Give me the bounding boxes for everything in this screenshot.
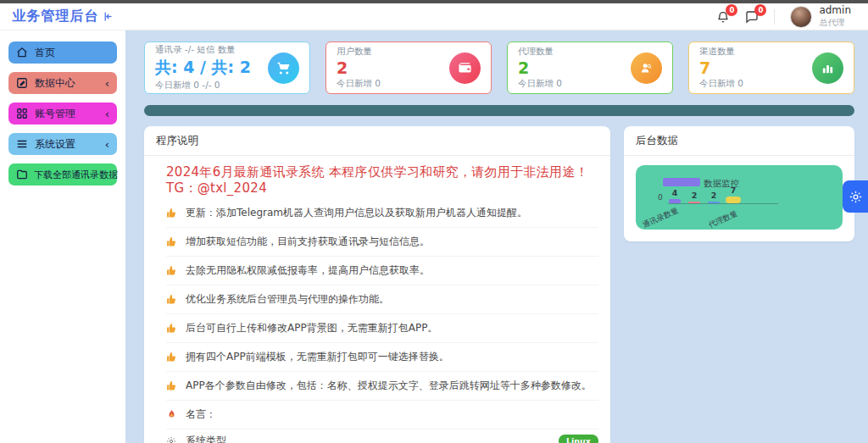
feature-row: 后台可自行上传和修改APP背景图，无需重新打包APP。	[166, 314, 598, 343]
sidebar-item-label: 账号管理	[35, 107, 105, 121]
chevron-left-icon: ‹	[105, 138, 109, 151]
panel-title: 程序说明	[144, 126, 610, 156]
feature-row: 增加获取短信功能，目前支持获取通讯录与短信信息。	[166, 228, 598, 257]
floating-settings-button[interactable]	[843, 180, 868, 213]
chart-bar: 4	[668, 188, 682, 203]
stat-value: 共: 4 / 共: 2	[155, 57, 251, 79]
avatar	[790, 6, 812, 28]
edit-icon	[16, 77, 29, 90]
grid-icon	[16, 108, 29, 120]
sidebar-item-system-settings[interactable]: 系统设置 ‹	[8, 133, 117, 155]
sidebar-item-label: 首页	[35, 46, 109, 60]
message-badge: 0	[754, 4, 766, 16]
system-info-row: 系统类型 Linux	[166, 429, 598, 443]
warning-notice: 2024年6月最新通讯录系统 本程序仅供学习和研究，请勿用于非法用途！TG：@t…	[144, 156, 610, 199]
program-notes-panel: 程序说明 2024年6月最新通讯录系统 本程序仅供学习和研究，请勿用于非法用途！…	[144, 126, 610, 443]
stat-value: 2	[518, 58, 562, 77]
backend-data-panel: 后台数据 数据监控 0 4227 通讯录数量代理数量	[624, 126, 854, 241]
feature-row: 优化业务系统后台管理员与代理的操作功能。	[166, 285, 598, 314]
topbar: 0 0 admin 总代理	[125, 3, 868, 30]
chevron-left-icon: ‹	[105, 77, 109, 90]
sidebar-menu: 首页 数据中心 ‹ 账号管理 ‹ 系统设置 ‹	[0, 30, 125, 186]
stat-title: 通讯录 -/- 短信 数量	[155, 44, 251, 56]
collapse-sidebar-icon[interactable]	[103, 11, 114, 22]
sidebar-item-download-contacts[interactable]: 下载全部通讯录数据	[8, 163, 117, 186]
settings-gear-icon	[849, 190, 863, 204]
app-logo-row: 业务管理后台	[0, 3, 125, 30]
sidebar-item-label: 系统设置	[35, 137, 105, 152]
user-menu[interactable]: admin 总代理	[790, 4, 851, 29]
thumbs-up-icon	[166, 352, 178, 363]
wallet-icon	[449, 53, 481, 84]
chart-bar: 2	[707, 191, 721, 203]
sidebar-item-account-management[interactable]: 账号管理 ‹	[8, 102, 117, 125]
thumbs-up-icon	[166, 208, 178, 219]
thumbs-up-icon	[166, 323, 178, 335]
feature-row: 去除无用隐私权限减低报毒率，提高用户信息获取率。	[166, 257, 598, 285]
quote-label: 名言：	[186, 407, 216, 422]
feature-text: 更新：添加Telegram机器人查询用户信息以及获取新用户机器人通知提醒。	[186, 206, 527, 220]
feature-row: 更新：添加Telegram机器人查询用户信息以及获取新用户机器人通知提醒。	[166, 199, 598, 228]
backend-chart: 数据监控 0 4227 通讯录数量代理数量	[636, 165, 843, 230]
stat-value: 2	[337, 58, 381, 77]
stat-card-users: 用户数量 2 今日新增 0	[326, 42, 492, 94]
user-name: admin	[819, 4, 851, 16]
quote-row: 名言：	[166, 401, 598, 429]
stat-title: 用户数量	[337, 46, 381, 58]
sidebar-item-home[interactable]: 首页	[8, 42, 117, 64]
stat-cards-row: 通讯录 -/- 短信 数量 共: 4 / 共: 2 今日新增 0 -/- 0 用…	[144, 42, 854, 94]
messages-button[interactable]: 0	[745, 10, 759, 24]
thumbs-up-icon	[166, 294, 178, 306]
gear-icon	[166, 435, 178, 443]
feature-text: 优化业务系统后台管理员与代理的操作功能。	[186, 292, 389, 307]
notification-badge: 0	[726, 4, 737, 16]
stat-subtext: 今日新增 0	[337, 78, 381, 90]
user-role: 总代理	[819, 17, 851, 29]
chevron-left-icon: ‹	[105, 108, 109, 120]
feature-row: 拥有四个APP前端模板，无需重新打包即可一键选择替换。	[166, 343, 598, 372]
stat-subtext: 今日新增 0	[518, 78, 562, 90]
thumbs-up-icon	[166, 380, 178, 392]
stat-subtext: 今日新增 0 -/- 0	[155, 80, 251, 91]
sidebar-item-label: 下载全部通讯录数据	[34, 169, 118, 181]
feature-text: 增加获取短信功能，目前支持获取通讯录与短信信息。	[186, 235, 430, 249]
feature-text: 拥有四个APP前端模板，无需重新打包即可一键选择替换。	[186, 350, 449, 364]
main-content: 通讯录 -/- 短信 数量 共: 4 / 共: 2 今日新增 0 -/- 0 用…	[125, 30, 868, 443]
feature-row: APP各个参数自由修改，包括：名称、授权提示文字、登录后跳转网址等十多种参数修改…	[166, 372, 598, 401]
sidebar-item-label: 数据中心	[35, 76, 105, 91]
menu-lines-icon	[16, 138, 29, 151]
bar-chart-icon	[812, 53, 843, 84]
maple-leaf-icon	[166, 409, 178, 421]
app-title: 业务管理后台	[13, 8, 99, 25]
stat-card-contacts-sms: 通讯录 -/- 短信 数量 共: 4 / 共: 2 今日新增 0 -/- 0	[144, 42, 310, 94]
thumbs-up-icon	[166, 265, 178, 277]
sidebar: 业务管理后台 首页 数据中心 ‹	[0, 3, 125, 443]
stat-subtext: 今日新增 0	[699, 78, 743, 90]
home-icon	[16, 47, 29, 59]
system-info-label: 系统类型	[186, 434, 226, 443]
panel-title: 后台数据	[624, 126, 854, 156]
stat-title: 代理数量	[518, 46, 562, 58]
feature-text: 后台可自行上传和修改APP背景图，无需重新打包APP。	[186, 321, 437, 335]
stat-title: 渠道数量	[699, 46, 743, 58]
feature-text: 去除无用隐私权限减低报毒率，提高用户信息获取率。	[186, 263, 430, 278]
stat-card-agents: 代理数量 2 今日新增 0	[507, 42, 673, 94]
thumbs-up-icon	[166, 236, 178, 248]
topbar-divider	[774, 9, 775, 25]
folder-icon	[16, 169, 28, 181]
chart-x-labels: 通讯录数量代理数量	[641, 209, 761, 220]
feature-text: APP各个参数自由修改，包括：名称、授权提示文字、登录后跳转网址等十多种参数修改…	[186, 379, 592, 393]
y-axis-zero-label: 0	[658, 193, 663, 202]
sidebar-item-data-center[interactable]: 数据中心 ‹	[8, 72, 117, 94]
agent-search-icon	[631, 53, 662, 84]
divider-progress-bar	[144, 105, 854, 116]
stat-value: 7	[699, 58, 743, 77]
status-badge: Linux	[559, 435, 598, 443]
notifications-button[interactable]: 0	[716, 10, 730, 24]
cart-icon	[268, 53, 299, 84]
chart-bar: 7	[726, 186, 740, 203]
stat-card-channels: 渠道数量 7 今日新增 0	[688, 42, 854, 94]
